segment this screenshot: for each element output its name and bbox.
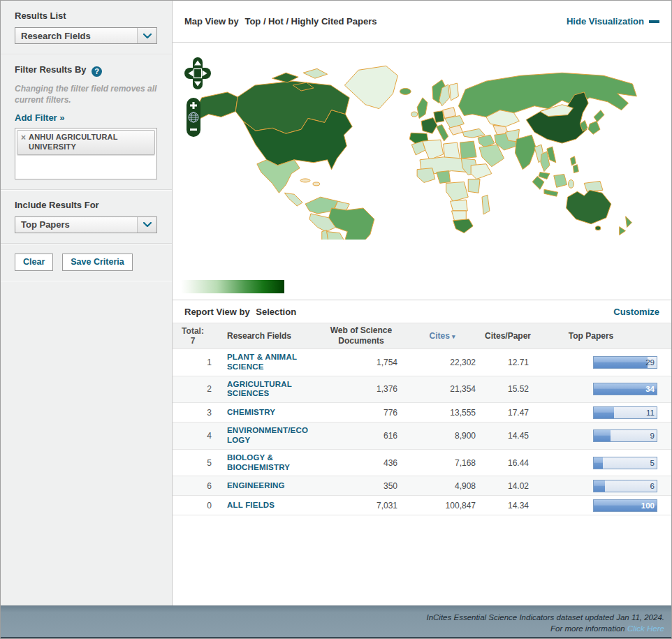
more-info-text: For more information Click Here [1,623,664,634]
cites-per-paper-value: 17.47 [481,408,534,418]
cites-per-paper-value: 14.45 [481,431,534,441]
map-pan-control[interactable] [184,57,212,91]
total-label: Total: [182,326,204,336]
results-list-selected: Research Fields [15,31,137,41]
top-papers-bar: 100 [593,499,657,512]
map-view-title-value: Top / Hot / Highly Cited Papers [244,16,377,27]
customize-link[interactable]: Customize [613,307,659,317]
research-field-link[interactable]: AGRICULTURAL SCIENCES [227,380,312,399]
remove-filter-icon[interactable]: × [21,133,26,152]
content-row: Results List Research Fields Filter Resu… [1,1,671,605]
country-saudi-arabia[interactable] [479,145,504,167]
research-field-link[interactable]: PLANT & ANIMAL SCIENCE [227,353,312,372]
include-results-section: Include Results For Top Papers [1,190,172,244]
results-list-label: Results List [15,10,158,21]
research-field-link[interactable]: ALL FIELDS [227,501,275,511]
report-view-header: Report View by Selection Customize [173,300,671,323]
results-list-dropdown[interactable]: Research Fields [15,27,157,44]
column-header-documents[interactable]: Web of Science Documents [319,325,403,346]
country-south-africa[interactable] [453,219,474,233]
map-zoom-control[interactable] [184,97,203,138]
filter-note: Changing the filter field removes all cu… [15,83,158,105]
cites-value: 7,168 [403,458,481,468]
column-header-top-papers[interactable]: Top Papers [534,331,671,341]
column-header-total: Total: 7 [173,326,213,346]
chevron-down-icon[interactable] [137,217,156,233]
column-header-cites-per-paper[interactable]: Cites/Paper [481,331,534,341]
hide-visualization-label: Hide Visualization [567,16,644,27]
cites-per-paper-value: 14.34 [481,501,534,511]
top-papers-bar: 34 [593,383,657,395]
cites-value: 22,302 [403,358,481,367]
top-papers-bar: 5 [593,457,657,469]
country-japan[interactable] [588,121,600,134]
main-panel: Map View by Top / Hot / Highly Cited Pap… [173,1,671,605]
dataset-updated-text: InCites Essential Science Indicators dat… [1,612,664,623]
column-header-research-fields[interactable]: Research Fields [213,328,319,344]
click-here-link[interactable]: Click Here [627,624,664,633]
cites-value: 21,354 [403,384,481,394]
table-row: 4 ENVIRONMENT/ECOLOGY 616 8,900 14.45 9 [173,423,671,450]
cites-label: Cites [430,331,450,341]
filter-tag[interactable]: × ANHUI AGRICULTURAL UNIVERSITY [17,130,155,156]
footer: InCites Essential Science Indicators dat… [1,605,671,638]
cites-value: 4,908 [403,481,481,491]
table-row: 2 AGRICULTURAL SCIENCES 1,376 21,354 15.… [173,376,671,404]
research-field-link[interactable]: BIOLOGY & BIOCHEMISTRY [227,453,312,473]
research-field-link[interactable]: CHEMISTRY [227,408,275,418]
country-germany[interactable] [434,111,444,123]
table-row: 5 BIOLOGY & BIOCHEMISTRY 436 7,168 16.44… [173,450,671,477]
cites-per-paper-value: 15.52 [481,384,534,394]
filter-label: Filter Results By ? [15,64,158,77]
docs-value: 1,754 [319,358,403,367]
country-australia[interactable] [567,190,611,223]
country-italy[interactable] [437,124,448,141]
add-filter-link[interactable]: Add Filter » [15,112,65,123]
row-rank: 4 [173,431,213,441]
row-rank: 0 [173,501,213,511]
country-france[interactable] [421,118,437,134]
filter-box: × ANHUI AGRICULTURAL UNIVERSITY [15,128,157,179]
help-icon[interactable]: ? [92,66,102,77]
filter-label-text: Filter Results By [15,64,87,75]
main-filler [173,515,671,605]
include-results-selected: Top Papers [15,219,137,230]
country-madagascar[interactable] [482,195,490,214]
results-list-section: Results List Research Fields [1,1,172,54]
docs-value: 7,031 [319,501,403,511]
criteria-buttons: Clear Save Criteria [1,244,172,281]
map-view-title: Map View by Top / Hot / Highly Cited Pap… [184,16,377,27]
sort-desc-icon: ▾ [452,333,455,340]
top-papers-bar: 11 [593,406,657,419]
save-criteria-button[interactable]: Save Criteria [62,254,132,271]
cites-per-paper-value: 16.44 [481,458,534,468]
top-papers-bar: 29 [593,356,657,369]
cites-value: 100,847 [403,501,481,511]
country-mexico[interactable] [257,160,300,193]
report-view-title-value: Selection [256,307,296,317]
docs-value: 616 [319,431,403,441]
hide-visualization-link[interactable]: Hide Visualization [567,16,659,27]
table-row: 6 ENGINEERING 350 4,908 14.02 6 [173,476,671,496]
country-greenland[interactable] [344,66,397,108]
table-row: 3 CHEMISTRY 776 13,555 17.47 11 [173,403,671,423]
country-india[interactable] [515,135,536,169]
country-nigeria[interactable] [437,171,451,184]
country-argentina[interactable] [327,232,345,240]
docs-value: 776 [319,408,403,418]
world-map[interactable] [189,57,659,240]
column-header-cites[interactable]: Cites▾ [403,331,481,341]
country-turkey[interactable] [462,128,485,138]
research-field-link[interactable]: ENVIRONMENT/ECOLOGY [227,426,312,446]
clear-button[interactable]: Clear [15,254,53,271]
report-view-title: Report View by Selection [184,307,296,317]
include-results-dropdown[interactable]: Top Papers [15,216,157,233]
research-field-link[interactable]: ENGINEERING [227,481,285,491]
docs-value: 350 [319,481,403,491]
table-row: 1 PLANT & ANIMAL SCIENCE 1,754 22,302 12… [173,349,671,376]
country-new-zealand[interactable] [626,216,632,228]
chevron-down-icon[interactable] [137,28,156,43]
country-egypt[interactable] [460,141,476,159]
country-uk[interactable] [417,98,428,119]
zoom-out-icon[interactable] [190,128,197,131]
